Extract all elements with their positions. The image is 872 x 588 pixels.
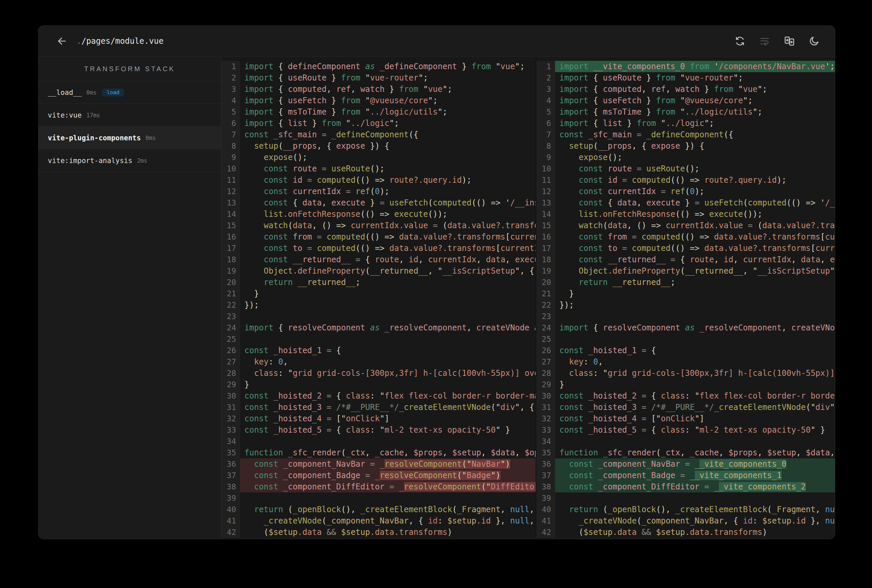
line-number: 31 — [536, 402, 555, 413]
line-number: 21 — [221, 288, 240, 299]
code-text: function _sfc_render(_ctx, _cache, $prop… — [555, 447, 835, 458]
code-line: 38 const _component_DiffEditor = _resolv… — [221, 481, 536, 492]
line-number: 6 — [536, 118, 555, 129]
code-text: import { msToTime } from "../logic/utils… — [240, 106, 536, 118]
line-number: 21 — [536, 288, 555, 299]
sidebar-title: TRANSFORM STACK — [38, 57, 221, 81]
line-number: 22 — [536, 299, 555, 311]
sidebar-item-vite-plugin-components[interactable]: vite-plugin-components0ms — [38, 127, 221, 149]
code-line: 42 ($setup.data && $setup.data.transform… — [221, 526, 536, 538]
refresh-button[interactable] — [734, 35, 746, 47]
code-text: const _component_Badge = __vite_componen… — [555, 470, 835, 481]
code-line: 14 list.onFetchResponse(() => execute())… — [536, 208, 835, 220]
code-line: 29} — [536, 379, 835, 390]
line-number: 8 — [221, 140, 240, 152]
line-number: 29 — [536, 379, 555, 390]
code-text: return (_openBlock(), _createElementBloc… — [555, 504, 835, 515]
code-text: import { useRoute } from "vue-router"; — [555, 72, 835, 84]
line-number: 25 — [221, 333, 240, 345]
code-line: 6import { list } from "../logic"; — [536, 118, 835, 129]
code-line: 34 — [536, 436, 835, 447]
plugin-name: vite:vue — [48, 111, 81, 119]
inspect-window: ./pages/module.vue — [38, 26, 835, 539]
back-button[interactable] — [56, 35, 68, 47]
code-text: _createVNode(_component_NavBar, { id: $s… — [555, 515, 835, 526]
code-text: Object.defineProperty(__returned__, "__i… — [555, 265, 835, 277]
code-line: 18 const __returned__ = { route, id, cur… — [221, 254, 536, 265]
line-number: 14 — [536, 208, 555, 220]
line-number: 30 — [536, 390, 555, 402]
line-number: 1 — [221, 61, 240, 72]
code-text: return __returned__; — [240, 277, 536, 288]
code-line: 33const _hoisted_5 = { class: "ml-2 text… — [221, 424, 536, 436]
dark-mode-button[interactable] — [808, 35, 820, 47]
code-line: 4import { useFetch } from "@vueuse/core"… — [221, 95, 536, 106]
code-line: 7const _sfc_main = _defineComponent({ — [536, 129, 835, 140]
code-panel-before[interactable]: 1import { defineComponent as _defineComp… — [221, 57, 536, 539]
plugin-duration: 0ms — [86, 89, 97, 96]
code-text: const { data, execute } = useFetch(compu… — [240, 197, 536, 208]
code-text: import { list } from "../logic"; — [555, 118, 835, 129]
topbar-actions — [734, 35, 820, 47]
line-wrap-button[interactable] — [759, 35, 771, 47]
code-line: 12 const currentIdx = ref(0); — [221, 186, 536, 197]
line-number: 14 — [221, 208, 240, 220]
line-number: 2 — [536, 72, 555, 84]
code-text: const { data, execute } = useFetch(compu… — [555, 197, 835, 208]
code-line: 13 const { data, execute } = useFetch(co… — [221, 197, 536, 208]
line-number: 5 — [536, 106, 555, 118]
line-number: 4 — [221, 95, 240, 106]
plugin-duration: 0ms — [146, 135, 156, 141]
code-text: const route = useRoute(); — [555, 163, 835, 174]
code-text: import { useFetch } from "@vueuse/core"; — [555, 95, 835, 106]
code-line: 21 } — [536, 288, 835, 299]
code-line: 22}); — [221, 299, 536, 311]
sidebar-item--load-[interactable]: __load__0msload — [38, 81, 221, 104]
code-line: 31const _hoisted_3 = /*#__PURE__*/_creat… — [221, 402, 536, 413]
line-number: 19 — [536, 265, 555, 277]
code-line: 1import __vite_components_0 from '/compo… — [536, 61, 835, 72]
line-number: 37 — [221, 470, 240, 481]
line-number: 19 — [221, 265, 240, 277]
line-number: 40 — [536, 504, 555, 515]
code-text: const _hoisted_3 = /*#__PURE__*/_createE… — [240, 402, 536, 413]
line-number: 36 — [221, 458, 240, 470]
code-line: 9 expose(); — [221, 152, 536, 163]
code-text: const _component_DiffEditor = _resolveCo… — [240, 481, 536, 492]
code-text: import __vite_components_0 from '/compon… — [555, 61, 835, 72]
code-text: const _component_DiffEditor = __vite_com… — [555, 481, 835, 492]
code-text: class: "grid grid-cols-[300px,3fr] h-[ca… — [240, 368, 536, 379]
line-number: 22 — [221, 299, 240, 311]
line-number: 1 — [536, 61, 555, 72]
line-number: 13 — [536, 197, 555, 208]
code-line: 30const _hoisted_2 = { class: "flex flex… — [536, 390, 835, 402]
code-text — [555, 436, 835, 447]
line-number: 32 — [536, 413, 555, 424]
code-text: } — [555, 288, 835, 299]
code-line: 25 — [221, 333, 536, 345]
code-text: import { useFetch } from "@vueuse/core"; — [240, 95, 536, 106]
line-number: 20 — [536, 277, 555, 288]
code-text: const to = computed(() => data.value?.tr… — [240, 243, 536, 254]
line-number: 24 — [221, 322, 240, 333]
code-text — [240, 436, 536, 447]
line-number: 3 — [221, 84, 240, 95]
code-line: 17 const to = computed(() => data.value?… — [221, 243, 536, 254]
line-number: 10 — [536, 163, 555, 174]
line-number: 18 — [221, 254, 240, 265]
code-line: 3import { computed, ref, watch } from "v… — [536, 84, 835, 95]
code-text: const _sfc_main = _defineComponent({ — [555, 129, 835, 140]
code-text: const id = computed(() => route?.query.i… — [555, 174, 835, 186]
line-number: 41 — [221, 515, 240, 526]
code-text: import { computed, ref, watch } from "vu… — [240, 84, 536, 95]
sidebar-item-vite-vue[interactable]: vite:vue17ms — [38, 104, 221, 127]
code-line: 23 — [221, 311, 536, 322]
code-panel-after[interactable]: 1import __vite_components_0 from '/compo… — [536, 57, 835, 539]
top-bar: ./pages/module.vue — [38, 26, 835, 57]
side-by-side-toggle-button[interactable] — [783, 35, 795, 47]
code-text: } — [555, 379, 835, 390]
code-text: ($setup.data && $setup.data.transforms) — [240, 526, 536, 538]
code-line: 28 class: "grid grid-cols-[300px,3fr] h-… — [221, 368, 536, 379]
sidebar-item-vite-import-analysis[interactable]: vite:import-analysis2ms — [38, 149, 221, 172]
code-text: class: "grid grid-cols-[300px,3fr] h-[ca… — [555, 368, 835, 379]
